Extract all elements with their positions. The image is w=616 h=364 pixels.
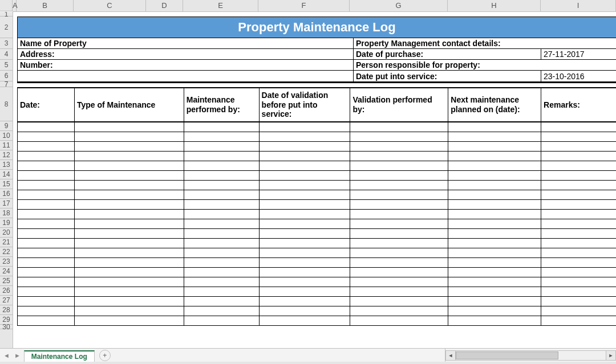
table-cell[interactable] — [184, 248, 260, 257]
info-row-service[interactable]: Date put into service: 23-10-2016 — [17, 71, 616, 81]
row-header-25[interactable]: 25 — [0, 276, 13, 286]
th-next-maint[interactable]: Next maintenance planned on (date): — [448, 88, 541, 121]
table-cell[interactable] — [75, 161, 184, 170]
table-cell[interactable] — [75, 248, 184, 257]
table-cell[interactable] — [260, 277, 351, 287]
table-cell[interactable] — [260, 229, 351, 238]
table-cell[interactable] — [448, 229, 541, 238]
th-validation-by[interactable]: Validation performed by: — [350, 88, 448, 121]
table-cell[interactable] — [18, 171, 75, 180]
row-header-26[interactable]: 26 — [0, 286, 13, 296]
table-cell[interactable] — [541, 210, 616, 219]
table-cell[interactable] — [18, 181, 75, 190]
table-row[interactable] — [18, 229, 616, 239]
table-row[interactable] — [18, 171, 616, 181]
table-row[interactable] — [18, 277, 616, 287]
table-cell[interactable] — [541, 277, 616, 287]
table-cell[interactable] — [75, 239, 184, 248]
th-maint-by[interactable]: Maintenance performed by: — [184, 88, 260, 121]
row-header-16[interactable]: 16 — [0, 189, 13, 199]
table-cell[interactable] — [541, 132, 616, 141]
table-cell[interactable] — [184, 287, 260, 296]
table-cell[interactable] — [350, 277, 448, 287]
table-row[interactable] — [18, 248, 616, 258]
column-header-I[interactable]: I — [541, 0, 616, 11]
table-cell[interactable] — [184, 152, 260, 161]
table-cell[interactable] — [541, 248, 616, 257]
table-cell[interactable] — [18, 239, 75, 248]
table-cell[interactable] — [184, 306, 260, 316]
table-cell[interactable] — [260, 132, 351, 141]
table-row[interactable] — [18, 152, 616, 161]
table-cell[interactable] — [541, 268, 616, 277]
table-cell[interactable] — [184, 268, 260, 277]
table-cell[interactable] — [448, 239, 541, 248]
table-cell[interactable] — [18, 152, 75, 161]
add-sheet-button[interactable]: + — [99, 350, 111, 361]
row-header-30[interactable]: 30 — [0, 325, 13, 329]
row-header-22[interactable]: 22 — [0, 247, 13, 257]
row-header-20[interactable]: 20 — [0, 228, 13, 238]
row-header-21[interactable]: 21 — [0, 238, 13, 247]
table-cell[interactable] — [448, 142, 541, 151]
table-cell[interactable] — [448, 190, 541, 199]
table-cell[interactable] — [184, 219, 260, 228]
table-cell[interactable] — [260, 152, 351, 161]
row-header-11[interactable]: 11 — [0, 141, 13, 150]
table-row[interactable] — [18, 132, 616, 142]
table-cell[interactable] — [541, 190, 616, 199]
table-cell[interactable] — [18, 248, 75, 257]
table-cell[interactable] — [541, 152, 616, 161]
row-header-10[interactable]: 10 — [0, 131, 13, 141]
table-cell[interactable] — [75, 306, 184, 316]
table-cell[interactable] — [184, 258, 260, 267]
table-cell[interactable] — [541, 219, 616, 228]
table-cell[interactable] — [18, 210, 75, 219]
row-header-13[interactable]: 13 — [0, 160, 13, 170]
table-cell[interactable] — [350, 287, 448, 296]
table-cell[interactable] — [18, 306, 75, 316]
scroll-left-icon[interactable]: ◄ — [445, 350, 456, 361]
table-cell[interactable] — [184, 171, 260, 180]
table-cell[interactable] — [184, 229, 260, 238]
table-cell[interactable] — [541, 316, 616, 325]
table-cell[interactable] — [448, 152, 541, 161]
table-cell[interactable] — [448, 219, 541, 228]
row-header-1[interactable]: 1 — [0, 12, 13, 17]
column-header-G[interactable]: G — [350, 0, 448, 11]
table-row[interactable] — [18, 297, 616, 306]
table-cell[interactable] — [350, 161, 448, 170]
table-cell[interactable] — [18, 200, 75, 209]
table-cell[interactable] — [541, 181, 616, 190]
table-cell[interactable] — [184, 277, 260, 287]
table-cell[interactable] — [350, 200, 448, 209]
table-cell[interactable] — [541, 306, 616, 316]
column-header-H[interactable]: H — [448, 0, 541, 11]
row-header-15[interactable]: 15 — [0, 179, 13, 189]
row-header-17[interactable]: 17 — [0, 199, 13, 208]
table-cell[interactable] — [350, 171, 448, 180]
th-validation-date[interactable]: Date of validation before put into servi… — [260, 88, 351, 121]
table-cell[interactable] — [18, 316, 75, 325]
table-cell[interactable] — [18, 122, 75, 132]
table-row[interactable] — [18, 161, 616, 171]
th-remarks[interactable]: Remarks: — [541, 88, 616, 121]
table-row[interactable] — [18, 219, 616, 229]
table-cell[interactable] — [184, 142, 260, 151]
th-date[interactable]: Date: — [18, 88, 75, 121]
table-cell[interactable] — [184, 210, 260, 219]
table-row[interactable] — [18, 268, 616, 277]
table-cell[interactable] — [541, 200, 616, 209]
table-cell[interactable] — [75, 297, 184, 306]
table-cell[interactable] — [260, 316, 351, 325]
table-row[interactable] — [18, 200, 616, 210]
table-cell[interactable] — [448, 122, 541, 132]
table-cell[interactable] — [448, 210, 541, 219]
table-cell[interactable] — [18, 132, 75, 141]
table-cell[interactable] — [541, 297, 616, 306]
table-cell[interactable] — [448, 258, 541, 267]
column-header-B[interactable]: B — [17, 0, 74, 11]
table-cell[interactable] — [75, 210, 184, 219]
table-cell[interactable] — [350, 248, 448, 257]
table-cell[interactable] — [18, 258, 75, 267]
